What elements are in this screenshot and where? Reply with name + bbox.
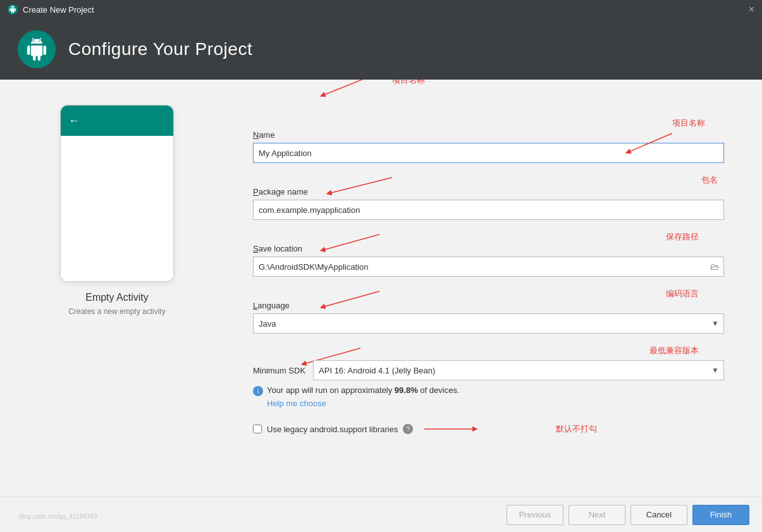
arrow-save — [310, 231, 424, 257]
arrow-name — [622, 130, 697, 155]
activity-desc: Creates a new empty activity — [68, 307, 165, 316]
name-field-group: 项目名称 NNameame — [253, 118, 724, 163]
annotation-name-label: 项目名称 — [672, 118, 705, 129]
save-location-input[interactable] — [253, 257, 724, 277]
sdk-row: Minimum SDK API 16: Android 4.1 (Jelly B… — [253, 360, 724, 380]
watermark: blog.csdn.net/qq_41194343 — [19, 513, 97, 520]
legacy-checkbox-label[interactable]: Use legacy android.support libraries — [267, 425, 398, 434]
phone-header: ← — [61, 106, 173, 136]
legacy-checkbox[interactable] — [253, 425, 262, 433]
info-row: i Your app will run on approximately 99.… — [253, 385, 724, 396]
arrow-package — [316, 174, 443, 200]
annotation-language: 编码语言 — [666, 288, 699, 299]
language-field-group: 编码语言 Language Java Kotlin ▼ — [253, 288, 724, 334]
title-bar: Create New Project × — [0, 0, 762, 19]
info-text: Your app will run on approximately 99.8%… — [267, 385, 460, 395]
finish-button[interactable]: Finish — [692, 505, 749, 525]
phone-mockup: ← — [60, 105, 174, 282]
header-title: Configure Your Project — [68, 39, 252, 59]
sdk-select-wrapper: API 16: Android 4.1 (Jelly Bean) API 21:… — [313, 360, 724, 380]
activity-name: Empty Activity — [85, 292, 149, 303]
arrow-project-name — [272, 80, 430, 102]
back-arrow-icon: ← — [68, 114, 80, 128]
header: Configure Your Project — [0, 19, 762, 80]
annotation-save-path: 保存路径 — [666, 231, 699, 243]
save-location-wrapper: 🗁 — [253, 257, 724, 277]
bottom-bar: blog.csdn.net/qq_41194343 Previous Next … — [0, 497, 762, 532]
legacy-checkbox-row: Use legacy android.support libraries ? 默… — [253, 420, 724, 438]
svg-line-1 — [323, 80, 386, 95]
cancel-button[interactable]: Cancel — [630, 505, 687, 525]
phone-body — [61, 136, 173, 281]
close-button[interactable]: × — [749, 4, 754, 15]
left-panel: ← Empty Activity Creates a new empty act… — [0, 80, 234, 497]
arrow-language — [310, 288, 424, 313]
svg-line-3 — [628, 133, 672, 152]
annotation-project-name: 项目名称 — [392, 80, 425, 86]
annotation-default-unchecked: 默认不打勾 — [556, 423, 597, 435]
main-content: ← Empty Activity Creates a new empty act… — [0, 80, 762, 497]
language-select[interactable]: Java Kotlin — [253, 313, 724, 334]
svg-line-9 — [323, 291, 379, 307]
package-name-input[interactable] — [253, 200, 724, 220]
minimum-sdk-select[interactable]: API 16: Android 4.1 (Jelly Bean) API 21:… — [313, 360, 724, 380]
save-location-field-group: 保存路径 Save location 🗁 — [253, 231, 724, 277]
svg-line-5 — [329, 178, 392, 193]
minimum-sdk-group: 最低兼容版本 Minimum SDK API 16: Android 4.1 (… — [253, 345, 724, 408]
info-icon: i — [253, 386, 263, 396]
title-bar-text: Create New Project — [23, 5, 94, 15]
previous-button[interactable]: Previous — [507, 505, 563, 525]
svg-line-7 — [323, 234, 379, 250]
package-name-field-group: 包名 Package name — [253, 174, 724, 220]
folder-icon[interactable]: 🗁 — [710, 262, 719, 272]
annotation-min-sdk: 最低兼容版本 — [649, 345, 699, 356]
help-me-choose-link[interactable]: Help me choose — [267, 399, 724, 408]
arrow-default-unchecked — [424, 420, 551, 438]
next-button[interactable]: Next — [568, 505, 625, 525]
right-panel: 项目名称 — [234, 80, 762, 497]
annotation-package-name: 包名 — [701, 174, 718, 186]
legacy-help-icon[interactable]: ? — [403, 424, 413, 434]
android-icon — [8, 4, 18, 15]
language-select-wrapper: Java Kotlin ▼ — [253, 313, 724, 334]
android-logo — [18, 30, 56, 68]
title-bar-left: Create New Project — [8, 4, 94, 15]
